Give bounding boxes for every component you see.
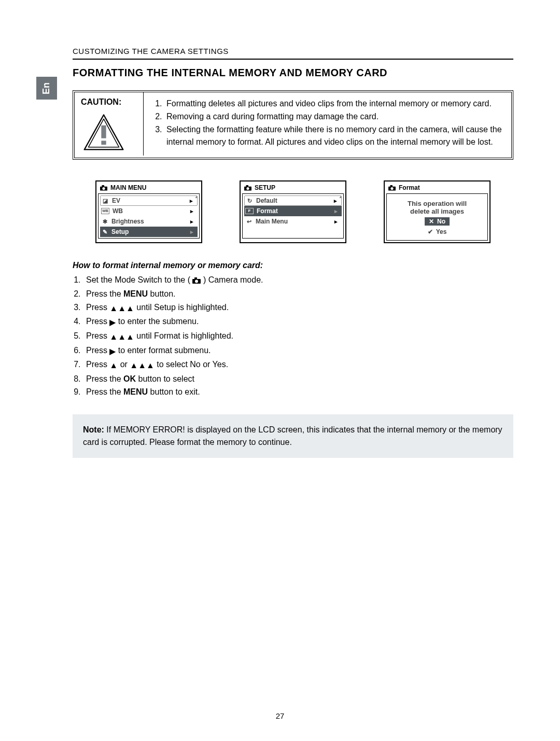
menu-item-setup: ✎Setup▸ (100, 227, 198, 237)
menu-item-brightness: ✱Brightness▸ (100, 216, 198, 227)
arrow-right-icon: ▸ (334, 198, 337, 204)
format-option-no: ✕No (425, 217, 450, 226)
x-icon: ✕ (429, 218, 434, 225)
arrow-right-icon: ▸ (190, 208, 193, 215)
back-icon: ↩ (245, 218, 253, 225)
howto-step: Press ▲ or ▲▲▲ to select No or Yes. (83, 358, 513, 372)
right-arrow-icon: ▶ (109, 316, 116, 329)
howto-title: How to format internal memory or memory … (73, 259, 513, 272)
howto-step: Press the MENU button. (83, 287, 513, 301)
caution-item: Removing a card during formatting may da… (164, 110, 503, 122)
language-tab: En (36, 77, 57, 100)
format-msg-2: delete all images (391, 207, 483, 215)
svg-rect-8 (246, 185, 248, 187)
section-header: CUSTOMIZING THE CAMERA SETTINGS (73, 47, 513, 60)
arrow-right-icon: ▸ (190, 229, 193, 235)
camera-icon (388, 185, 396, 191)
right-arrow-icon: ▶ (109, 345, 116, 358)
up-arrow-icon: ▲ (109, 359, 118, 372)
camera-icon (192, 274, 201, 288)
down-arrows-icon: ▲▲▲ (130, 359, 155, 372)
reset-icon: ↻ (246, 198, 253, 204)
note-text: If MEMORY ERROR! is displayed on the LCD… (83, 425, 502, 446)
caution-box: CAUTION: Formatting deletes all pictures… (73, 90, 513, 160)
howto-step: Press the MENU button to exit. (83, 385, 513, 399)
howto-section: How to format internal memory or memory … (73, 259, 513, 399)
svg-point-15 (195, 279, 198, 283)
check-icon: ✔ (428, 228, 433, 235)
ev-icon: ◪ (102, 198, 109, 204)
svg-rect-11 (390, 185, 393, 187)
svg-rect-5 (102, 185, 104, 187)
howto-step: Press the OK button to select (83, 372, 513, 386)
lcd-main-menu: MAIN MENU ▲▼ ◪EV▸ WBWB▸ ✱Brightness▸ ✎Se… (95, 180, 202, 243)
arrow-right-icon: ▸ (334, 218, 338, 225)
svg-rect-2 (101, 125, 106, 138)
note-box: Note: If MEMORY ERROR! is displayed on t… (73, 414, 513, 458)
howto-step: Press ▶ to enter the submenu. (83, 315, 513, 329)
camera-icon (100, 185, 107, 191)
wrench-icon: ✎ (101, 229, 108, 235)
menu-item-default: ↻Default▸ (244, 195, 342, 206)
svg-point-12 (390, 187, 393, 190)
format-icon: F (245, 208, 254, 214)
format-msg-1: This operation will (391, 200, 483, 207)
menu-item-format: FFormat▸ (244, 206, 342, 216)
arrow-right-icon: ▸ (190, 198, 193, 204)
down-arrows-icon: ▲▲▲ (109, 330, 134, 344)
howto-step: Press ▶ to enter format submenu. (83, 344, 513, 358)
caution-item: Selecting the formatting feature while t… (164, 123, 503, 147)
menu-item-ev: ◪EV▸ (100, 195, 198, 206)
lcd-title-text: Format (399, 184, 420, 191)
caution-item: Formatting deletes all pictures and vide… (164, 97, 503, 109)
caution-list: Formatting deletes all pictures and vide… (154, 97, 503, 149)
svg-point-6 (102, 187, 105, 190)
wb-icon: WB (101, 208, 109, 214)
howto-step: Press ▲▲▲ until Setup is highlighted. (83, 301, 513, 315)
menu-item-wb: WBWB▸ (100, 206, 198, 216)
lcd-format: Format This operation will delete all im… (384, 180, 491, 243)
svg-rect-14 (194, 277, 197, 279)
howto-step: Set the Mode Switch to the ( ) Camera mo… (83, 273, 513, 288)
caution-label: CAUTION: (81, 97, 133, 107)
warning-icon (83, 114, 124, 150)
menu-item-mainmenu: ↩Main Menu▸ (244, 216, 342, 227)
camera-icon (244, 185, 251, 191)
page-number: 27 (0, 711, 560, 720)
manual-page: CUSTOMIZING THE CAMERA SETTINGS En FORMA… (0, 0, 560, 741)
svg-rect-3 (101, 141, 106, 145)
svg-point-9 (246, 187, 249, 190)
arrow-right-icon: ▸ (190, 218, 193, 225)
format-option-yes: ✔Yes (424, 228, 451, 236)
howto-step: Press ▲▲▲ until Format is highlighted. (83, 329, 513, 344)
arrow-right-icon: ▸ (334, 208, 338, 215)
down-arrows-icon: ▲▲▲ (109, 302, 134, 315)
note-label: Note: (83, 425, 104, 434)
lcd-setup: SETUP ▲▼ ↻Default▸ FFormat▸ ↩Main Menu▸ … (240, 180, 346, 243)
brightness-icon: ✱ (101, 218, 108, 225)
page-title: FORMATTING THE INTERNAL MEMORY AND MEMOR… (73, 67, 513, 79)
lcd-title-text: SETUP (255, 184, 275, 191)
lcd-screens: MAIN MENU ▲▼ ◪EV▸ WBWB▸ ✱Brightness▸ ✎Se… (73, 180, 513, 243)
lcd-title-text: MAIN MENU (110, 184, 146, 191)
